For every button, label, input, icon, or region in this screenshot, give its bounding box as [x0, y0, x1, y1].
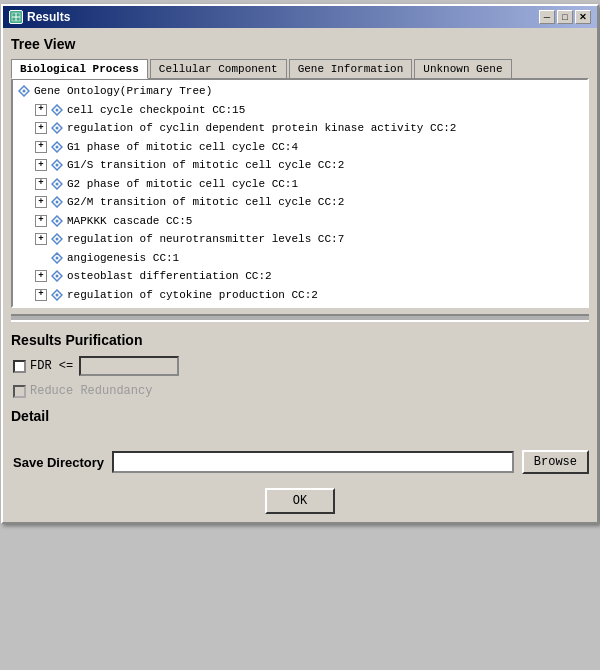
tree-item-text: regulation of cytokine production CC:2	[67, 287, 318, 304]
list-item: angiogenesis CC:1	[15, 249, 585, 268]
svg-point-12	[56, 164, 59, 167]
list-item: + cell cycle checkpoint CC:15	[15, 101, 585, 120]
fdr-row: FDR <=	[11, 356, 589, 376]
title-bar: Results ─ □ ✕	[3, 6, 597, 28]
tree-item-text: G2/M transition of mitotic cell cycle CC…	[67, 194, 344, 211]
list-item: + regulation of neurotransmitter levels …	[15, 230, 585, 249]
maximize-button[interactable]: □	[557, 10, 573, 24]
list-item: + regulation of cyclin dependent protein…	[15, 119, 585, 138]
fdr-checkbox-wrapper: FDR <=	[13, 359, 73, 373]
tree-item-text: cell cycle checkpoint CC:15	[67, 102, 245, 119]
compass-icon	[50, 288, 64, 302]
list-item: Gene Ontology(Primary Tree)	[15, 82, 585, 101]
tree-view-section: Tree View Biological Process Cellular Co…	[11, 36, 589, 308]
browse-button[interactable]: Browse	[522, 450, 589, 474]
reduce-redundancy-checkbox	[13, 385, 26, 398]
tab-bar: Biological Process Cellular Component Ge…	[11, 58, 589, 78]
tree-item-text: G1 phase of mitotic cell cycle CC:4	[67, 139, 298, 156]
svg-point-18	[56, 219, 59, 222]
svg-point-6	[56, 108, 59, 111]
compass-icon	[50, 195, 64, 209]
results-purification-section: Results Purification FDR <= Reduce Redun…	[11, 328, 589, 434]
expand-button[interactable]: +	[35, 289, 47, 301]
compass-icon	[50, 269, 64, 283]
expand-button[interactable]: +	[35, 159, 47, 171]
tree-item-text: osteoblast differentiation CC:2	[67, 268, 272, 285]
tree-item-text: G2 phase of mitotic cell cycle CC:1	[67, 176, 298, 193]
svg-point-14	[56, 182, 59, 185]
close-button[interactable]: ✕	[575, 10, 591, 24]
main-window: Results ─ □ ✕ Tree View Biological Proce…	[1, 4, 599, 524]
window-icon	[9, 10, 23, 24]
expand-button[interactable]: +	[35, 104, 47, 116]
reduce-redundancy-label: Reduce Redundancy	[30, 384, 152, 398]
compass-icon	[50, 214, 64, 228]
fdr-label: FDR <=	[30, 359, 73, 373]
compass-icon	[50, 177, 64, 191]
tree-item-text: angiogenesis CC:1	[67, 250, 179, 267]
list-item: + regulation of cytokine production CC:2	[15, 286, 585, 305]
svg-point-22	[56, 256, 59, 259]
svg-point-24	[56, 275, 59, 278]
results-purification-label: Results Purification	[11, 332, 589, 348]
svg-point-26	[56, 293, 59, 296]
title-bar-left: Results	[9, 10, 70, 24]
save-directory-row: Save Directory Browse	[11, 450, 589, 474]
compass-icon	[50, 103, 64, 117]
list-item: + G2 phase of mitotic cell cycle CC:1	[15, 175, 585, 194]
tab-gene-information[interactable]: Gene Information	[289, 59, 413, 79]
section-divider	[11, 314, 589, 322]
expand-button[interactable]: +	[35, 178, 47, 190]
title-bar-buttons: ─ □ ✕	[539, 10, 591, 24]
expand-button[interactable]: +	[35, 122, 47, 134]
fdr-input[interactable]	[79, 356, 179, 376]
compass-icon	[50, 232, 64, 246]
tree-item-text: MAPKKK cascade CC:5	[67, 213, 192, 230]
tab-biological-process[interactable]: Biological Process	[11, 59, 148, 79]
list-item: + G1 phase of mitotic cell cycle CC:4	[15, 138, 585, 157]
expand-button[interactable]: +	[35, 141, 47, 153]
svg-point-10	[56, 145, 59, 148]
compass-icon	[17, 84, 31, 98]
list-item: + G2/M transition of mitotic cell cycle …	[15, 193, 585, 212]
compass-icon	[50, 140, 64, 154]
tree-item-text: G1/S transition of mitotic cell cycle CC…	[67, 157, 344, 174]
svg-point-20	[56, 238, 59, 241]
window-content: Tree View Biological Process Cellular Co…	[3, 28, 597, 522]
tree-item-text: regulation of cyclin dependent protein k…	[67, 120, 456, 137]
window-title: Results	[27, 10, 70, 24]
tab-cellular-component[interactable]: Cellular Component	[150, 59, 287, 79]
ok-row: OK	[11, 488, 589, 514]
tree-item-text: regulation of neurotransmitter levels CC…	[67, 231, 344, 248]
svg-point-8	[56, 127, 59, 130]
list-item: + G1/S transition of mitotic cell cycle …	[15, 156, 585, 175]
save-directory-input[interactable]	[112, 451, 514, 473]
tree-panel[interactable]: Gene Ontology(Primary Tree) + cell cycle…	[11, 78, 589, 308]
compass-icon	[50, 121, 64, 135]
detail-label: Detail	[11, 408, 589, 424]
ok-button[interactable]: OK	[265, 488, 335, 514]
svg-point-4	[23, 90, 26, 93]
save-directory-label: Save Directory	[13, 455, 104, 470]
fdr-checkbox[interactable]	[13, 360, 26, 373]
minimize-button[interactable]: ─	[539, 10, 555, 24]
compass-icon	[50, 251, 64, 265]
compass-icon	[50, 158, 64, 172]
expand-button[interactable]: +	[35, 215, 47, 227]
svg-point-16	[56, 201, 59, 204]
tree-item-text: Gene Ontology(Primary Tree)	[34, 83, 212, 100]
expand-button[interactable]: +	[35, 270, 47, 282]
tab-unknown-gene[interactable]: Unknown Gene	[414, 59, 511, 79]
list-item: + MAPKKK cascade CC:5	[15, 212, 585, 231]
list-item: + osteoblast differentiation CC:2	[15, 267, 585, 286]
expand-button[interactable]: +	[35, 196, 47, 208]
tree-view-label: Tree View	[11, 36, 589, 52]
expand-button[interactable]: +	[35, 233, 47, 245]
reduce-redundancy-row: Reduce Redundancy	[11, 384, 589, 398]
